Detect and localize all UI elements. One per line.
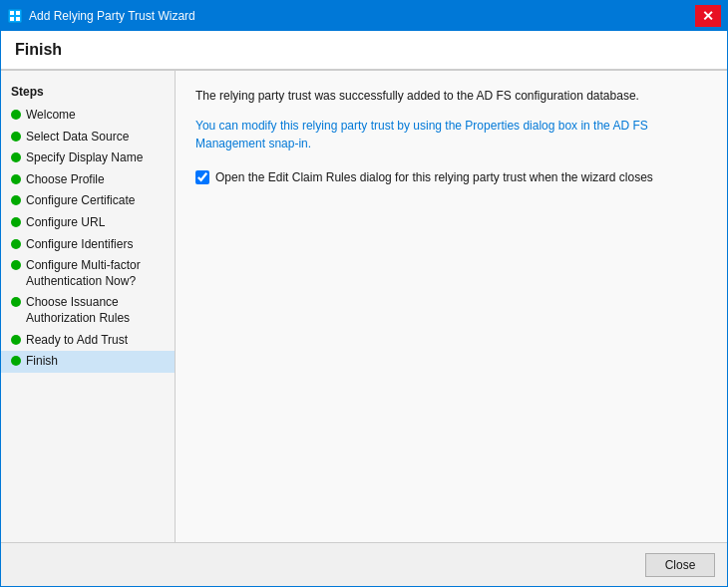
content-area: Steps WelcomeSelect Data SourceSpecify D… [1, 70, 727, 542]
main-panel: The relying party trust was successfully… [176, 71, 727, 542]
svg-rect-3 [10, 17, 14, 21]
wizard-window: Add Relying Party Trust Wizard ✕ Finish … [0, 0, 728, 587]
sidebar-item-label-ready-to-add-trust: Ready to Add Trust [26, 333, 128, 349]
status-dot-choose-issuance [11, 297, 21, 307]
close-button[interactable]: ✕ [695, 5, 721, 27]
sidebar-item-label-configure-certificate: Configure Certificate [26, 193, 135, 209]
status-dot-welcome [11, 110, 21, 120]
sidebar-item-choose-profile[interactable]: Choose Profile [1, 169, 175, 191]
sidebar-item-ready-to-add-trust[interactable]: Ready to Add Trust [1, 330, 175, 352]
title-bar: Add Relying Party Trust Wizard ✕ [1, 1, 727, 31]
page-title: Finish [15, 41, 713, 59]
status-dot-specify-display-name [11, 152, 21, 162]
status-dot-configure-certificate [11, 195, 21, 205]
sidebar-item-configure-identifiers[interactable]: Configure Identifiers [1, 234, 175, 256]
status-dot-finish [11, 356, 21, 366]
footer: Close [1, 542, 727, 586]
header-bar: Finish [1, 31, 727, 70]
status-dot-configure-identifiers [11, 239, 21, 249]
checkbox-row: Open the Edit Claim Rules dialog for thi… [195, 170, 707, 184]
title-bar-title: Add Relying Party Trust Wizard [29, 9, 195, 23]
sidebar-item-label-configure-url: Configure URL [26, 215, 105, 231]
status-dot-select-data-source [11, 132, 21, 142]
status-dot-ready-to-add-trust [11, 335, 21, 345]
status-dot-configure-url [11, 217, 21, 227]
sidebar-item-choose-issuance[interactable]: Choose Issuance Authorization Rules [1, 292, 175, 329]
success-text: The relying party trust was successfully… [195, 87, 707, 105]
title-bar-left: Add Relying Party Trust Wizard [7, 8, 195, 24]
steps-label: Steps [1, 81, 175, 105]
sidebar-item-specify-display-name[interactable]: Specify Display Name [1, 147, 175, 169]
open-claim-rules-checkbox[interactable] [195, 170, 209, 184]
close-footer-button[interactable]: Close [645, 553, 715, 577]
sidebar-item-configure-multi-factor[interactable]: Configure Multi-factor Authentication No… [1, 255, 175, 292]
wizard-icon [7, 8, 23, 24]
svg-rect-4 [16, 17, 20, 21]
svg-rect-1 [10, 11, 14, 15]
sidebar-item-finish[interactable]: Finish [1, 351, 175, 373]
sidebar-item-label-select-data-source: Select Data Source [26, 130, 129, 146]
sidebar-item-label-choose-issuance: Choose Issuance Authorization Rules [26, 295, 165, 326]
status-dot-choose-profile [11, 174, 21, 184]
sidebar-item-label-choose-profile: Choose Profile [26, 172, 105, 188]
sidebar-item-label-configure-multi-factor: Configure Multi-factor Authentication No… [26, 258, 165, 289]
sidebar-item-select-data-source[interactable]: Select Data Source [1, 127, 175, 148]
sidebar-item-label-specify-display-name: Specify Display Name [26, 150, 143, 166]
info-text: You can modify this relying party trust … [195, 117, 707, 152]
sidebar-item-configure-url[interactable]: Configure URL [1, 212, 175, 234]
svg-rect-2 [16, 11, 20, 15]
window-body: Finish Steps WelcomeSelect Data SourceSp… [1, 31, 727, 586]
sidebar-item-configure-certificate[interactable]: Configure Certificate [1, 190, 175, 212]
sidebar-item-label-configure-identifiers: Configure Identifiers [26, 237, 133, 253]
sidebar-item-label-finish: Finish [26, 354, 58, 370]
sidebar-item-label-welcome: Welcome [26, 108, 76, 124]
sidebar: Steps WelcomeSelect Data SourceSpecify D… [1, 71, 176, 542]
sidebar-item-welcome[interactable]: Welcome [1, 105, 175, 127]
status-dot-configure-multi-factor [11, 260, 21, 270]
checkbox-label: Open the Edit Claim Rules dialog for thi… [215, 170, 653, 184]
